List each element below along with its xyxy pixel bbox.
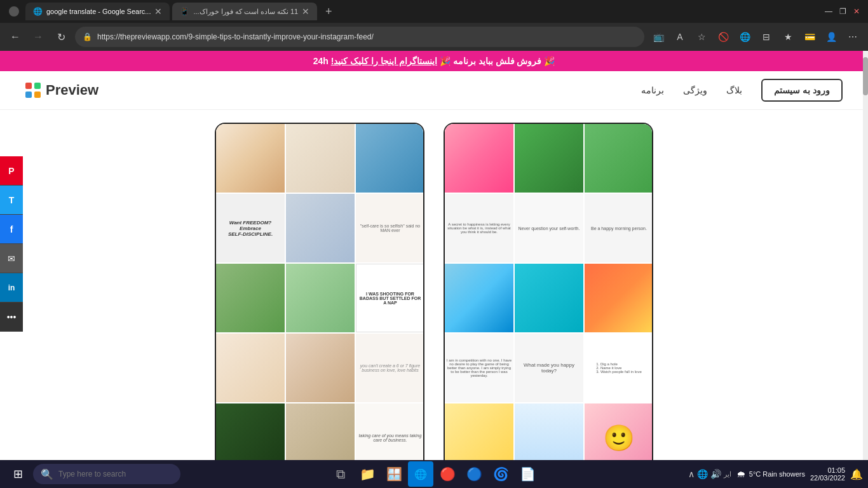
logo-dot-yellow [34,92,41,98]
search-icon: 🔍 [41,468,53,480]
weather-icon: 🌧 [736,469,745,479]
grid-cell: I am in competition with no one. I have … [445,334,513,402]
nav-features[interactable]: ویژگی [683,85,707,95]
grid-cell: Want FREEDOM?EmbraceSELF-DISCIPLINE. [216,194,285,262]
grid-cell: 1. Dig a hole2. Name it love3. Watch peo… [585,334,653,402]
task-view-button[interactable]: ⧉ [328,461,353,487]
quote-text: What made you happy today? [517,362,581,374]
grid-cell: you can't create a 6 or 7 figure busines… [356,334,424,402]
grid-cell [445,264,513,332]
grid-cell [515,403,583,460]
date-display: 22/03/2022 [810,474,845,482]
email-share-button[interactable]: ✉ [0,244,23,273]
logo-dot-blue [25,92,32,98]
minimize-button[interactable]: — [822,5,835,18]
browser-actions: 📺 A ☆ 🚫 🌐 ⊟ ★ 💳 👤 ⋯ [649,28,862,46]
start-button[interactable]: ⊞ [5,461,31,487]
flash-banner[interactable]: 🎉 فروش فلش بباید برنامه 🎉 اینستاگرام این… [0,51,868,71]
browser-chrome: 🌐 google translate - Google Searc... ✕ 📱… [0,0,868,51]
grid-cell [515,264,583,332]
collections-icon[interactable]: ⊟ [757,28,775,46]
more-icon: ••• [7,312,17,322]
nav-blog[interactable]: بلاگ [726,85,742,95]
forward-button[interactable]: → [29,28,47,46]
grid-cell: I WAS SHOOTING FOR BADASS BUT SETTLED FO… [356,264,424,332]
notification-icon[interactable]: 🔔 [850,468,863,480]
grid-cell: taking care of you means taking care of … [356,403,424,460]
volume-icon[interactable]: 🔊 [710,469,721,479]
weather-area[interactable]: 🌧 5°C Rain showers [736,469,805,479]
back-button[interactable]: ← [6,28,24,46]
star-icon[interactable]: ☆ [693,28,710,46]
scrollbar-thumb[interactable] [863,57,868,95]
chrome-button[interactable]: 🔴 [435,461,460,487]
file-explorer-button[interactable]: 📁 [355,461,380,487]
right-phone-mockup: A secret to happiness is letting every s… [444,123,653,460]
menu-icon[interactable]: ⋯ [844,28,862,46]
new-tab-button[interactable]: + [320,3,337,20]
network-icon[interactable]: 🌐 [697,469,708,479]
language-indicator: ایر [724,470,731,478]
address-box[interactable]: 🔒 https://thepreviewapp.com/9-simple-tip… [75,27,644,47]
grid-cell [286,124,355,193]
app-button-7[interactable]: 🌀 [488,461,513,487]
more-share-button[interactable]: ••• [0,302,23,332]
logo-grid [25,83,41,98]
login-button[interactable]: ورود به سیستم [761,79,843,102]
reload-button[interactable]: ↻ [52,28,70,46]
tab-close-2[interactable]: ✕ [302,6,309,17]
grid-cell [216,264,285,332]
social-sidebar: P T f ✉ in ••• [0,156,23,332]
nav-program[interactable]: برنامه [641,85,664,95]
weather-text: 5°C Rain showers [749,470,805,478]
left-feed-grid: Want FREEDOM?EmbraceSELF-DISCIPLINE. "se… [216,124,423,460]
edge-browser-button[interactable]: 🌐 [408,461,433,487]
translate-icon[interactable]: A [671,28,689,46]
taskbar-right: ∧ 🌐 🔊 ایر 🌧 5°C Rain showers 01:05 22/03… [688,466,863,482]
favorites-icon[interactable]: ★ [779,28,797,46]
taskbar-search-input[interactable] [58,470,173,478]
tab-close-1[interactable]: ✕ [154,6,162,17]
tab-2[interactable]: 📱 11 نکته ساده است که فورا خوراک... ✕ [172,3,317,20]
grid-cell [585,124,653,193]
app-button-6[interactable]: 🔵 [461,461,487,487]
grid-cell [445,124,513,193]
right-feed-container: A secret to happiness is letting every s… [444,123,653,460]
facebook-share-button[interactable]: f [0,215,23,244]
grid-cell [286,403,355,460]
close-button[interactable]: ✕ [850,5,863,18]
lock-icon: 🔒 [83,32,92,41]
quote-text: Be a happy morning person. [591,226,647,231]
wallet-icon[interactable]: 💳 [801,28,818,46]
edge-icon[interactable]: 🌐 [736,28,754,46]
profile-icon[interactable]: 👤 [822,28,840,46]
smiley: 🙂 [585,403,653,460]
twitter-share-button[interactable]: T [0,186,23,215]
main-content: Want FREEDOM?EmbraceSELF-DISCIPLINE. "se… [0,110,868,460]
tab-title-2: 11 نکته ساده است که فورا خوراک... [193,8,298,16]
show-hidden-icon[interactable]: ∧ [688,469,695,479]
tab-1[interactable]: 🌐 google translate - Google Searc... ✕ [25,3,170,20]
tab-title-1: google translate - Google Searc... [46,8,151,15]
tab-favicon-2: 📱 [180,7,189,16]
logo-text: Preview [46,82,98,98]
tab-bar: 🌐 google translate - Google Searc... ✕ 📱… [0,0,868,23]
grid-cell [286,194,355,262]
quote-text: you can't create a 6 or 7 figure busines… [357,363,423,372]
taskbar-search[interactable]: 🔍 [33,464,180,484]
logo[interactable]: Preview [25,82,98,98]
quote-text: "self-care is so selfish" said no MAN ev… [358,224,423,233]
block-icon[interactable]: 🚫 [714,28,732,46]
facebook-icon: f [10,224,13,234]
grid-cell [216,124,285,193]
scrollbar[interactable] [863,51,868,460]
pinterest-share-button[interactable]: P [0,156,23,186]
linkedin-share-button[interactable]: in [0,273,23,302]
ms-store-button[interactable]: 🪟 [381,461,407,487]
cast-icon[interactable]: 📺 [649,28,667,46]
word-button[interactable]: 📄 [515,461,540,487]
flash-banner-text: 🎉 فروش فلش بباید برنامه 🎉 اینستاگرام این… [5,56,863,66]
window-controls: — ❐ ✕ [822,5,863,18]
maximize-button[interactable]: ❐ [836,5,849,18]
clock[interactable]: 01:05 22/03/2022 [810,466,845,482]
